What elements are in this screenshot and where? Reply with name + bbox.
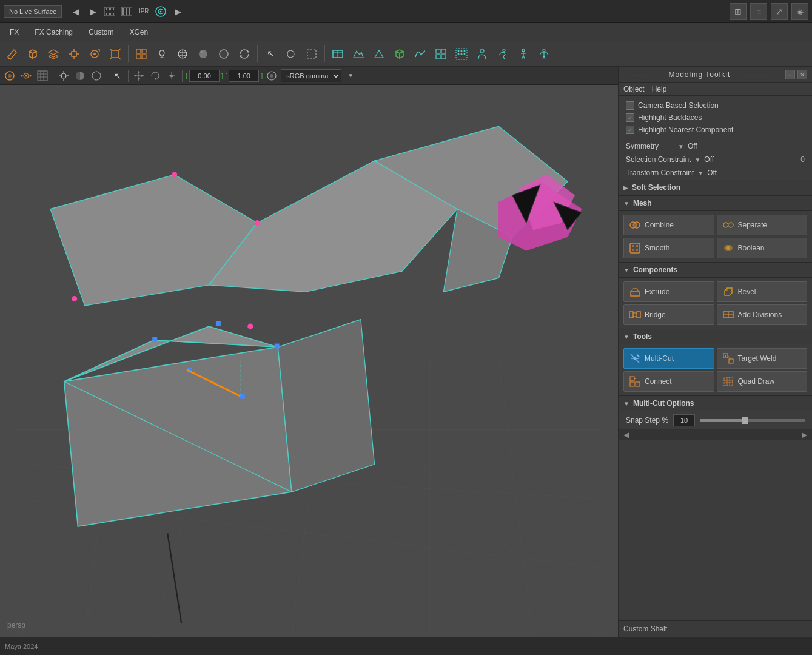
shelf-run-icon[interactable] bbox=[493, 44, 512, 64]
shelf-move-icon[interactable] bbox=[64, 44, 84, 64]
shelf-sphere-wire-icon[interactable] bbox=[173, 44, 192, 64]
panel-menu-help[interactable]: Help bbox=[652, 85, 667, 93]
bevel-button[interactable]: Bevel bbox=[717, 281, 808, 302]
shelf-grid2-icon[interactable] bbox=[431, 44, 451, 64]
vp-shading-icon[interactable] bbox=[73, 69, 87, 83]
separate-button[interactable]: Separate bbox=[717, 215, 808, 235]
transform-constraint-label: Transform Constraint bbox=[626, 169, 694, 177]
shelf-teal-2[interactable] bbox=[349, 44, 368, 64]
layout-icon-2[interactable]: ≡ bbox=[750, 3, 767, 20]
menu-xgen[interactable]: XGen bbox=[122, 25, 155, 39]
vp-rotate-icon[interactable] bbox=[148, 69, 163, 83]
shelf-layers-icon[interactable] bbox=[44, 44, 63, 64]
highlight-backfaces-checkbox[interactable]: ✓ bbox=[626, 113, 634, 122]
menu-fx-caching[interactable]: FX Caching bbox=[27, 25, 80, 39]
svg-point-61 bbox=[25, 75, 27, 76]
scroll-right-arrow[interactable]: ▶ bbox=[802, 431, 807, 439]
shelf-pose-icon[interactable] bbox=[514, 44, 533, 64]
shelf-lasso-icon[interactable] bbox=[281, 44, 301, 64]
scroll-left-arrow[interactable]: ◀ bbox=[623, 431, 629, 439]
chevron-icon[interactable]: ▶ bbox=[171, 5, 184, 18]
shelf-pencil-icon[interactable] bbox=[2, 44, 22, 64]
combine-button[interactable]: Combine bbox=[623, 215, 714, 235]
extrude-label: Extrude bbox=[645, 287, 669, 296]
symmetry-dropdown[interactable]: ▼ bbox=[678, 143, 684, 150]
panel-menu-object[interactable]: Object bbox=[623, 85, 645, 93]
target-weld-button[interactable]: Target Weld bbox=[717, 348, 808, 369]
arrow-left-icon[interactable]: ◀ bbox=[69, 5, 82, 18]
filmstrip2-icon[interactable] bbox=[120, 5, 133, 18]
vp-colorspace-select[interactable]: sRGB gamma bbox=[281, 69, 341, 82]
vp-sun-icon[interactable] bbox=[56, 69, 71, 83]
soft-selection-header[interactable]: ▶ Soft Selection bbox=[619, 180, 812, 195]
multi-cut-options-header[interactable]: ▼ Multi-Cut Options bbox=[619, 395, 812, 411]
shelf-green-cube[interactable] bbox=[390, 44, 409, 64]
shelf-scale-icon[interactable] bbox=[106, 44, 125, 64]
snap-slider-thumb[interactable] bbox=[742, 417, 748, 424]
extrude-button[interactable]: Extrude bbox=[623, 281, 714, 302]
svg-point-124 bbox=[72, 296, 77, 301]
shelf-teal-3[interactable] bbox=[369, 44, 389, 64]
vp-grid-icon[interactable] bbox=[35, 69, 50, 83]
vp-move-icon[interactable] bbox=[132, 69, 146, 83]
shelf-teal-1[interactable] bbox=[328, 44, 347, 64]
shelf-box-select-icon[interactable] bbox=[302, 44, 321, 64]
transform-constraint-row: Transform Constraint ▼ Off bbox=[619, 166, 812, 180]
mesh-section-header[interactable]: ▼ Mesh bbox=[619, 195, 812, 211]
vp-wire-icon[interactable] bbox=[89, 69, 104, 83]
shelf-refresh-icon[interactable] bbox=[235, 44, 254, 64]
connect-icon bbox=[629, 375, 641, 388]
vp-circle-icon[interactable] bbox=[264, 69, 279, 83]
bridge-button[interactable]: Bridge bbox=[623, 304, 714, 325]
vp-value1[interactable] bbox=[189, 70, 220, 82]
shelf-circle-icon[interactable] bbox=[214, 44, 233, 64]
vp-scale-icon[interactable] bbox=[164, 69, 179, 83]
smooth-label: Smooth bbox=[645, 244, 669, 252]
panel-minimize-button[interactable]: ─ bbox=[785, 70, 795, 79]
layout-icon-4[interactable]: ◈ bbox=[791, 3, 808, 20]
render-icon[interactable] bbox=[154, 5, 167, 18]
ipr-label[interactable]: IPR bbox=[137, 5, 150, 18]
tools-section-header[interactable]: ▼ Tools bbox=[619, 329, 812, 344]
shelf-arms-icon[interactable] bbox=[534, 44, 554, 64]
multi-cut-button[interactable]: Multi-Cut bbox=[623, 348, 714, 369]
layout-icon-1[interactable]: ⊞ bbox=[730, 3, 747, 20]
vp-select-icon[interactable]: ↖ bbox=[110, 69, 125, 83]
quad-draw-button[interactable]: Quad Draw bbox=[717, 371, 808, 392]
components-section-header[interactable]: ▼ Components bbox=[619, 262, 812, 278]
live-surface-button[interactable]: No Live Surface bbox=[4, 5, 62, 18]
vp-object-icon[interactable] bbox=[2, 69, 17, 83]
snap-step-slider[interactable] bbox=[700, 419, 805, 422]
selection-constraint-dropdown[interactable]: ▼ bbox=[694, 156, 700, 163]
smooth-button[interactable]: Smooth bbox=[623, 238, 714, 258]
snap-step-input[interactable] bbox=[673, 414, 695, 426]
transform-constraint-dropdown[interactable]: ▼ bbox=[697, 170, 703, 176]
viewport-canvas[interactable]: persp bbox=[0, 85, 618, 637]
connect-button[interactable]: Connect bbox=[623, 371, 714, 392]
camera-based-selection-checkbox[interactable] bbox=[626, 101, 634, 110]
shelf-rotate-icon[interactable] bbox=[85, 44, 104, 64]
shelf-curve-icon[interactable] bbox=[411, 44, 430, 64]
svg-rect-138 bbox=[636, 249, 638, 251]
shelf-sphere-solid-icon[interactable] bbox=[193, 44, 213, 64]
shelf-cube-icon[interactable] bbox=[23, 44, 42, 64]
shelf-dots-icon[interactable] bbox=[452, 44, 471, 64]
menu-custom[interactable]: Custom bbox=[81, 25, 121, 39]
add-divisions-button[interactable]: Add Divisions bbox=[717, 304, 808, 325]
shelf-select-icon[interactable]: ↖ bbox=[261, 44, 280, 64]
vp-vertex-icon[interactable] bbox=[19, 69, 33, 83]
highlight-nearest-checkbox[interactable]: ✓ bbox=[626, 126, 634, 134]
shelf-light-icon[interactable] bbox=[152, 44, 172, 64]
panel-close-button[interactable]: ✕ bbox=[797, 70, 807, 79]
arrow-right-icon[interactable]: ▶ bbox=[86, 5, 99, 18]
vp-value2[interactable] bbox=[229, 70, 259, 82]
boolean-button[interactable]: Boolean bbox=[717, 238, 808, 258]
shelf-grid-icon[interactable] bbox=[132, 44, 151, 64]
vp-dropdown-icon[interactable]: ▼ bbox=[343, 69, 358, 83]
symmetry-label: Symmetry bbox=[626, 142, 674, 150]
shelf-character-icon[interactable] bbox=[472, 44, 492, 64]
svg-rect-1 bbox=[106, 8, 107, 10]
menu-fx[interactable]: FX bbox=[2, 25, 26, 39]
filmstrip-icon[interactable] bbox=[103, 5, 116, 18]
layout-icon-3[interactable]: ⤢ bbox=[771, 3, 788, 20]
